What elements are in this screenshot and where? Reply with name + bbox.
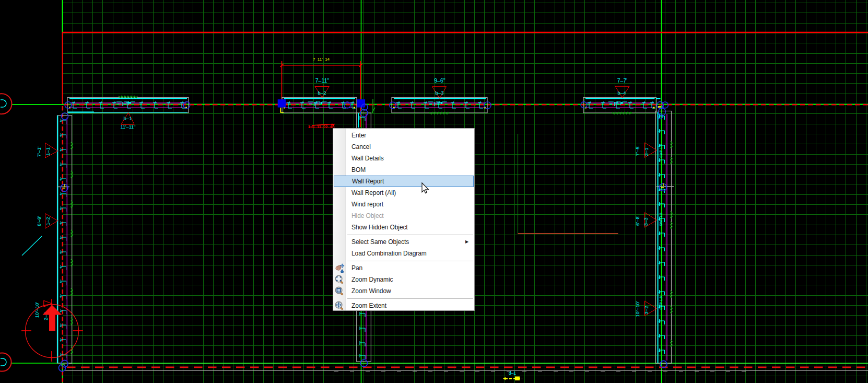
svg-text:3–2: 3–2 [643,306,649,315]
svg-text:10’–10': 10’–10' [34,302,40,318]
svg-text:b–2: b–2 [318,90,326,96]
svg-text:3–3: 3–3 [643,217,649,226]
svg-text:SWP 1.8: SWP 1.8 [659,213,663,226]
svg-text:1–1: 1–1 [45,147,51,156]
svg-text:9–6'': 9–6'' [434,77,445,84]
svg-text:7–11'': 7–11'' [315,77,330,84]
svg-text:1d1–11–02–4n: 1d1–11–02–4n [308,124,335,129]
svg-text:10’–10': 10’–10' [635,301,640,317]
svg-text:b–4: b–4 [618,90,626,96]
svg-text:b–3: b–3 [436,90,444,96]
svg-text:7’–5': 7’–5' [635,145,640,156]
svg-text:SWP 1.8: SWP 1.8 [659,144,663,158]
svg-text:7–7': 7–7' [617,77,628,84]
svg-text:7’–1'': 7’–1'' [36,146,42,157]
svg-text:3–1: 3–1 [643,148,649,156]
svg-text:SWP 1.8: SWP 1.8 [659,296,663,310]
svg-text:1–2: 1–2 [45,217,51,226]
svg-text:11'–11'': 11'–11'' [121,124,136,130]
svg-text:b–1: b–1 [124,115,132,121]
svg-text:7 11' 14: 7 11' 14 [313,57,330,62]
svg-text:6’–9': 6’–9' [36,216,42,226]
svg-text:d–1: d–1 [509,370,516,376]
svg-text:6’–8': 6’–8' [635,215,640,226]
